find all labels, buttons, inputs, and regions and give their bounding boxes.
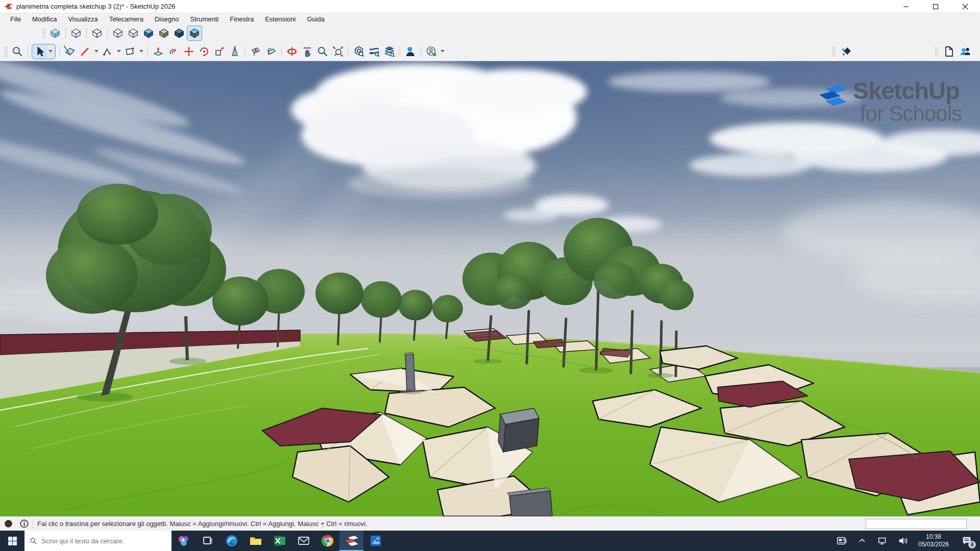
menu-strumenti[interactable]: Strumenti xyxy=(185,14,224,24)
toolbar-separator xyxy=(65,28,66,39)
orbit-tool[interactable] xyxy=(284,44,300,59)
style-shaded-textures-button[interactable] xyxy=(141,26,156,41)
account-dropdown[interactable] xyxy=(440,50,445,53)
menu-modifica[interactable]: Modifica xyxy=(27,14,62,24)
3d-warehouse-tool[interactable] xyxy=(366,44,382,59)
select-tool[interactable] xyxy=(33,45,46,58)
components-tool[interactable] xyxy=(382,44,397,59)
sparkles-tool[interactable] xyxy=(839,44,854,59)
taskbar-app-mail[interactable] xyxy=(291,531,315,551)
toolbar-separator xyxy=(28,46,28,57)
clock-date: 05/03/2026 xyxy=(915,541,952,548)
move-tool[interactable] xyxy=(181,44,197,59)
status-message: Fai clic o trascina per selezionare gli … xyxy=(37,520,368,528)
style-dark-button[interactable] xyxy=(172,26,187,41)
toolbar-drag-handle[interactable] xyxy=(935,46,938,57)
sketchup-for-schools-watermark: SketchUp for Schools xyxy=(818,79,962,125)
start-button[interactable] xyxy=(0,531,24,551)
search-icon xyxy=(30,537,37,545)
rotate-tool[interactable] xyxy=(197,44,212,59)
paint-bucket-tool[interactable] xyxy=(263,44,279,59)
eraser-tool[interactable] xyxy=(62,44,78,59)
select-tool-dropdown[interactable] xyxy=(47,45,54,58)
taskbar-app-task-view[interactable] xyxy=(195,531,219,551)
line-tool[interactable] xyxy=(78,44,93,59)
taskbar-clock[interactable]: 10:38 05/03/2026 xyxy=(915,533,952,548)
search-extensions-tool[interactable] xyxy=(351,44,366,59)
menu-estensioni[interactable]: Estensioni xyxy=(260,14,301,24)
toolbar-drag-handle[interactable] xyxy=(42,28,45,38)
menu-guida[interactable]: Guida xyxy=(302,14,330,24)
clock-time: 10:38 xyxy=(915,533,952,541)
taskbar-app-photos[interactable] xyxy=(363,531,387,551)
toolbar-separator xyxy=(348,46,349,57)
person-tool[interactable] xyxy=(403,44,418,59)
taskbar: 10:38 05/03/2026 4 xyxy=(0,531,980,551)
rectangle-tool-dropdown[interactable] xyxy=(139,50,143,53)
news-widget-icon[interactable] xyxy=(833,531,850,551)
minimize-button[interactable] xyxy=(891,0,921,13)
notification-badge: 4 xyxy=(968,541,976,548)
style-x-ray-button[interactable] xyxy=(47,26,63,41)
info-icon[interactable] xyxy=(20,519,29,528)
measurements-input[interactable] xyxy=(866,519,967,529)
document-tool[interactable] xyxy=(941,44,957,59)
zoom-tool[interactable] xyxy=(315,44,330,59)
taskbar-search[interactable] xyxy=(24,531,172,551)
zoom-extents-tool[interactable] xyxy=(330,44,346,59)
menu-finestra[interactable]: Finestra xyxy=(225,14,259,24)
taskbar-app-edge[interactable] xyxy=(219,531,243,551)
toolbar-separator xyxy=(107,28,108,39)
scale-tool[interactable] xyxy=(212,44,227,59)
toolbar-separator xyxy=(281,46,282,57)
toolbar-separator xyxy=(86,28,87,39)
windows-logo-icon xyxy=(8,537,17,545)
menu-file[interactable]: File xyxy=(5,14,26,24)
arc-tool[interactable] xyxy=(100,44,115,59)
volume-icon[interactable] xyxy=(894,531,912,551)
arc-tool-dropdown[interactable] xyxy=(117,50,121,53)
collaborators-tool[interactable] xyxy=(958,44,973,59)
maximize-button[interactable] xyxy=(921,0,950,13)
toolbar-separator xyxy=(421,46,421,57)
window-title: planimetria completa sketchup 3 (2)* - S… xyxy=(16,3,175,10)
watermark-line2: for Schools xyxy=(853,103,962,125)
style-textured-selected-button[interactable] xyxy=(187,26,202,41)
pan-tool[interactable] xyxy=(300,44,315,59)
tools-toolbar xyxy=(0,42,980,61)
menu-bar: File Modifica Visualizza Telecamera Dise… xyxy=(0,13,980,24)
viewport[interactable]: SketchUp for Schools xyxy=(0,61,980,516)
style-back-edges-button[interactable] xyxy=(68,26,84,41)
account-button[interactable] xyxy=(424,44,439,59)
style-hidden-line-button[interactable] xyxy=(110,26,126,41)
taskbar-app-colorful[interactable] xyxy=(172,531,195,551)
style-monochrome-button[interactable] xyxy=(156,26,172,41)
follow-me-tool[interactable] xyxy=(166,44,181,59)
statusbar-separator xyxy=(33,519,33,529)
taskbar-search-input[interactable] xyxy=(41,537,159,545)
toolbar-separator xyxy=(245,46,246,57)
tray-chevron-up-icon[interactable] xyxy=(853,531,871,551)
toolbar-drag-handle[interactable] xyxy=(4,46,8,57)
geolocation-status-icon[interactable] xyxy=(4,519,13,528)
line-tool-dropdown[interactable] xyxy=(94,50,99,53)
menu-telecamera[interactable]: Telecamera xyxy=(104,14,149,24)
3d-scene xyxy=(0,61,980,516)
menu-disegno[interactable]: Disegno xyxy=(150,14,184,24)
toolbar-drag-handle[interactable] xyxy=(832,46,836,57)
action-center-icon[interactable]: 4 xyxy=(955,531,978,551)
search-tool[interactable] xyxy=(10,44,25,59)
style-shaded-button[interactable] xyxy=(126,26,141,41)
close-button[interactable] xyxy=(950,0,980,13)
taskbar-app-chrome[interactable] xyxy=(315,531,339,551)
taskbar-app-sketchup[interactable] xyxy=(339,531,363,551)
style-wireframe-button[interactable] xyxy=(89,26,105,41)
network-icon[interactable] xyxy=(874,531,891,551)
taskbar-app-excel[interactable] xyxy=(267,531,291,551)
taskbar-app-file-explorer[interactable] xyxy=(243,531,267,551)
tape-measure-tool[interactable] xyxy=(227,44,242,59)
rectangle-tool[interactable] xyxy=(122,44,138,59)
menu-visualizza[interactable]: Visualizza xyxy=(63,14,103,24)
position-camera-tool[interactable] xyxy=(248,44,263,59)
push-pull-tool[interactable] xyxy=(151,44,166,59)
